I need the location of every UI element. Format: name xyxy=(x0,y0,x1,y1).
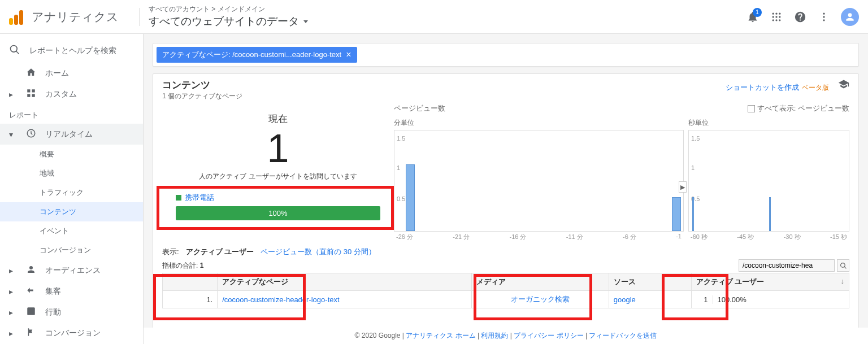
device-bar: 100% xyxy=(176,206,380,220)
svg-rect-14 xyxy=(27,89,30,92)
svg-point-10 xyxy=(823,16,824,18)
chevron-right-icon: ▸ xyxy=(9,90,17,99)
sidebar-item-behavior[interactable]: ▸ 行動 xyxy=(0,302,143,323)
sidebar-search[interactable]: レポートとヘルプを検索 xyxy=(0,38,143,63)
table-row[interactable]: 1. /cocoon-customize-header-logo-text オー… xyxy=(163,291,849,308)
realtime-content-card: コンテンツ 1 個のアクティブなページ ショートカットを作成 ベータ版 現在 1… xyxy=(153,73,859,344)
breadcrumb-path: すべてのアカウント > メインドメイン xyxy=(149,5,746,14)
svg-point-9 xyxy=(823,12,824,14)
show-all-checkbox[interactable] xyxy=(748,105,755,112)
footer: © 2020 Google | アナリティクス ホーム | 利用規約 | プライ… xyxy=(144,328,868,344)
footer-link-privacy[interactable]: プライバシー ポリシー xyxy=(514,332,583,339)
show-all-label: すべて表示: ページビュー数 xyxy=(757,104,849,112)
th-source[interactable]: ソース xyxy=(609,273,691,291)
clock-icon xyxy=(26,128,36,140)
user-avatar[interactable] xyxy=(841,8,859,26)
sidebar-sub-locations[interactable]: 地域 xyxy=(0,164,143,183)
svg-point-4 xyxy=(775,16,777,18)
filter-chip[interactable]: アクティブなページ: /cocoon-customi...eader-logo-… xyxy=(157,47,357,63)
notification-badge: 1 xyxy=(753,8,762,17)
active-users-desc: 人のアクティブ ユーザーがサイトを訪問しています xyxy=(162,172,394,181)
breadcrumb[interactable]: すべてのアカウント > メインドメイン すべてのウェブサイトのデータ xyxy=(149,5,746,29)
footer-link-feedback[interactable]: フィードバックを送信 xyxy=(589,332,657,339)
media-link[interactable]: オーガニック検索 xyxy=(471,291,609,308)
th-media[interactable]: メディア xyxy=(471,273,609,291)
acquisition-icon xyxy=(26,285,36,297)
flag-icon xyxy=(26,327,36,339)
now-label: 現在 xyxy=(162,112,394,125)
footer-link-terms[interactable]: 利用規約 xyxy=(481,332,508,339)
svg-rect-19 xyxy=(27,307,35,315)
sidebar-sub-content[interactable]: コンテンツ xyxy=(0,202,143,221)
device-breakdown: 携帯電話 100% xyxy=(162,186,394,227)
sidebar-item-acquisition[interactable]: ▸ 集客 xyxy=(0,281,143,302)
chevron-down-icon xyxy=(303,20,308,23)
seconds-chart: 1.5 1 0.5 xyxy=(688,130,849,232)
content-table: アクティブなページ メディア ソース アクティブ ユーザー↓ 1. /cocoo… xyxy=(162,273,849,308)
tab-pageviews-30min[interactable]: ページビュー数（直前の 30 分間） xyxy=(261,247,376,257)
breadcrumb-view[interactable]: すべてのウェブサイトのデータ xyxy=(149,14,746,29)
sidebar-reports-label: レポート xyxy=(0,104,143,124)
app-name: アナリティクス xyxy=(32,9,119,25)
svg-line-13 xyxy=(16,51,19,54)
main-content: アクティブなページ: /cocoon-customi...eader-logo-… xyxy=(144,34,868,344)
device-label: 携帯電話 xyxy=(185,193,214,203)
behavior-icon xyxy=(26,306,36,318)
sidebar-item-audience[interactable]: ▸ オーディエンス xyxy=(0,260,143,281)
minutes-chart: 1.5 1 0.5 ▶ xyxy=(394,130,684,232)
close-icon[interactable]: × xyxy=(346,50,351,60)
active-users-panel: 現在 1 人のアクティブ ユーザーがサイトを訪問しています 携帯電話 100% xyxy=(162,106,394,242)
table-search-button[interactable] xyxy=(837,259,849,272)
svg-point-20 xyxy=(840,263,845,267)
beta-label: ベータ版 xyxy=(802,84,829,92)
create-shortcut-link[interactable]: ショートカットを作成 xyxy=(726,83,799,92)
svg-rect-17 xyxy=(32,94,35,97)
analytics-logo-icon xyxy=(9,9,25,25)
sidebar-item-home[interactable]: ホーム xyxy=(0,63,143,84)
svg-point-6 xyxy=(772,19,774,21)
svg-point-12 xyxy=(11,46,18,53)
svg-point-5 xyxy=(779,16,780,18)
home-icon xyxy=(26,67,36,79)
source-link[interactable]: google xyxy=(609,291,691,308)
app-header: アナリティクス すべてのアカウント > メインドメイン すべてのウェブサイトのデ… xyxy=(0,0,868,34)
person-icon xyxy=(26,264,36,276)
seconds-label: 秒単位 xyxy=(688,118,849,128)
th-active-users[interactable]: アクティブ ユーザー↓ xyxy=(691,273,849,291)
chevron-right-icon: ▸ xyxy=(9,266,17,275)
table-search-input[interactable] xyxy=(739,259,835,272)
apps-icon[interactable] xyxy=(770,10,783,24)
filter-bar: アクティブなページ: /cocoon-customi...eader-logo-… xyxy=(153,43,859,67)
sidebar-sub-overview[interactable]: 概要 xyxy=(0,145,143,164)
sidebar-sub-conversions[interactable]: コンバージョン xyxy=(0,241,143,260)
th-active-page[interactable]: アクティブなページ xyxy=(218,273,472,291)
footer-link-home[interactable]: アナリティクス ホーム xyxy=(406,332,475,339)
svg-point-11 xyxy=(823,19,824,21)
notifications-icon[interactable]: 1 xyxy=(746,10,760,24)
legend-square-icon xyxy=(176,195,181,201)
svg-line-21 xyxy=(844,267,846,268)
sidebar-item-realtime[interactable]: ▾ リアルタイム xyxy=(0,124,143,145)
sidebar-item-custom[interactable]: ▸ カスタム xyxy=(0,84,143,104)
tab-active-users[interactable]: アクティブ ユーザー xyxy=(186,247,254,257)
active-users-count: 1 xyxy=(162,129,394,168)
sidebar-sub-traffic[interactable]: トラフィック xyxy=(0,183,143,202)
education-icon[interactable] xyxy=(838,83,849,92)
svg-point-1 xyxy=(775,12,777,14)
sidebar-sub-events[interactable]: イベント xyxy=(0,221,143,241)
sort-desc-icon: ↓ xyxy=(841,277,845,285)
chevron-right-icon: ▸ xyxy=(9,308,17,317)
page-link[interactable]: /cocoon-customize-header-logo-text xyxy=(218,291,472,308)
minutes-label: 分単位 xyxy=(394,118,684,128)
more-icon[interactable] xyxy=(817,10,831,24)
page-subtitle: 1 個のアクティブなページ xyxy=(162,92,242,101)
sidebar-item-conversions[interactable]: ▸ コンバージョン xyxy=(0,323,143,343)
sidebar: レポートとヘルプを検索 ホーム ▸ カスタム レポート ▾ リアルタイム 概要 … xyxy=(0,34,144,344)
svg-point-2 xyxy=(779,12,780,14)
logo-area[interactable]: アナリティクス xyxy=(9,9,119,25)
metric-total: 指標の合計: 1 xyxy=(162,261,203,271)
help-icon[interactable] xyxy=(793,10,807,24)
chevron-right-icon: ▸ xyxy=(9,329,17,338)
chart-nav-right[interactable]: ▶ xyxy=(679,181,687,193)
pageviews-title: ページビュー数 xyxy=(394,103,445,114)
